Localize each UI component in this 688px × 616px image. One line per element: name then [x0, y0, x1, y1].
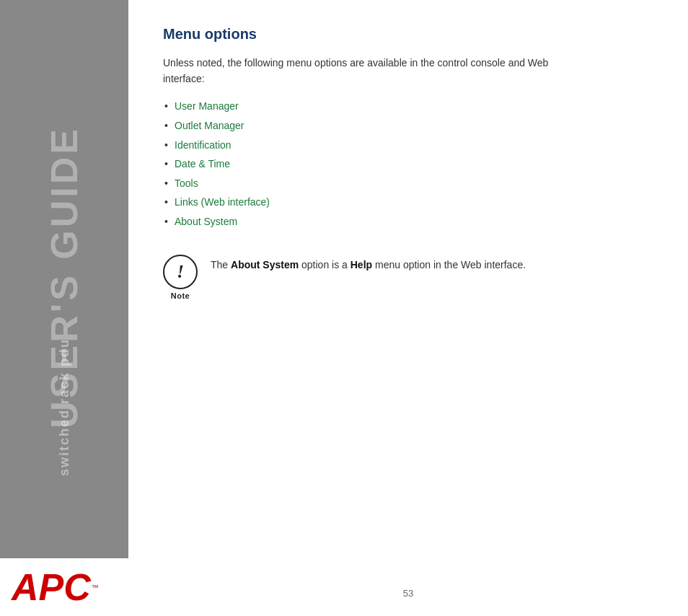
list-item: User Manager [175, 97, 653, 116]
note-text-plain: The [211, 259, 231, 270]
note-text-mid: option is a [299, 259, 350, 270]
note-bold1: About System [231, 259, 299, 270]
sidebar: USER'S GUIDE switched rack pdu A P C ™ [0, 0, 128, 616]
apc-letter-a: A [12, 568, 39, 606]
list-item: Tools [175, 174, 653, 193]
list-item: Identification [175, 136, 653, 155]
page-heading: Menu options [163, 26, 653, 43]
intro-text: Unless noted, the following menu options… [163, 56, 581, 87]
note-icon-wrap: ! Note [163, 255, 198, 300]
sidebar-subtitle: switched rack pdu [57, 338, 72, 476]
note-text-end: menu option in the Web interface. [372, 259, 526, 270]
list-item: Outlet Manager [175, 116, 653, 136]
list-item: Links (Web interface) [175, 193, 653, 212]
note-circle: ! [163, 255, 198, 289]
note-box: ! Note The About System option is a Help… [163, 255, 581, 300]
page-number: 53 [403, 588, 413, 599]
list-item: Date & Time [175, 154, 653, 174]
note-text: The About System option is a Help menu o… [211, 255, 526, 273]
apc-letter-p: P [39, 568, 64, 606]
sidebar-subtitle-wrap: switched rack pdu [0, 338, 128, 479]
note-bold2: Help [350, 259, 372, 270]
sidebar-logo-area: A P C ™ [0, 558, 128, 616]
list-item: About System [175, 212, 653, 232]
apc-logo: A P C ™ [12, 568, 99, 606]
note-label: Note [171, 291, 190, 300]
menu-list: User Manager Outlet Manager Identificati… [163, 97, 653, 231]
main-content: Menu options Unless noted, the following… [128, 0, 688, 616]
exclamation-icon: ! [177, 263, 184, 281]
apc-trademark: ™ [92, 584, 99, 591]
apc-letter-c: C [63, 568, 91, 606]
